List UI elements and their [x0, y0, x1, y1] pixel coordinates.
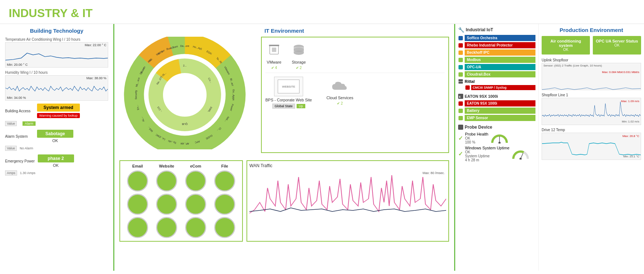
page-title: INDUSTRY & IT [0, 0, 644, 24]
shopfloor-min: Min: 1.02 m/s [622, 120, 639, 123]
probe-health-label: Probe Health [465, 132, 488, 136]
humidity-chart-label: Humidity Wing I / 10 hours [5, 70, 108, 74]
service-file-header: File [210, 164, 239, 168]
building-access-sub: Warning caused by lookup [37, 113, 80, 118]
svg-rect-50 [458, 51, 463, 55]
service-circle-5 [156, 194, 177, 215]
it-env-top: Sy...tem VM BPS Bus...sses Da...ore Ho..… [119, 37, 449, 153]
iot-title-text: Industrial IoT [466, 27, 493, 32]
eaton-item-1: EATON 9SX 1000i [458, 100, 535, 106]
service-circle-12 [214, 217, 235, 238]
shopfloor-chart: Max: 1.09 m/s Min: 1.02 m/s [542, 98, 641, 125]
drive12-min: Min: 25.1 °C [623, 155, 639, 158]
svg-rect-51 [458, 58, 463, 62]
probe-uptime-gauge [511, 149, 530, 160]
cloud-services-check: ✔ 2 [337, 101, 343, 105]
service-circle-1 [127, 170, 148, 192]
svg-line-66 [521, 153, 523, 159]
iot-item-icon-4 [458, 57, 463, 63]
bps-website-name: BPS - Corporate Web Site [265, 98, 312, 102]
cloud-services-item: Cloud Services ✔ 2 [326, 77, 353, 105]
bps-website-icon: WEBSITE [274, 77, 303, 96]
shopfloor-label: Shopfloor Line 1 [542, 93, 641, 97]
svg-text:2...: 2... [183, 64, 187, 67]
vmware-name: VMware [267, 60, 281, 64]
service-circle-4 [156, 170, 177, 192]
services-grid: Email Website eCom File [119, 160, 243, 242]
services-circles [123, 170, 239, 238]
service-circle-9 [185, 217, 206, 238]
cloud-services-name: Cloud Services [326, 96, 353, 100]
emergency-power-ok: OK [38, 163, 74, 168]
alarm-system-ok: OK [37, 138, 73, 143]
vmware-check: ✔ 4 [271, 66, 277, 70]
services-header: Email Website eCom File [123, 164, 239, 168]
service-col-ecom [181, 170, 210, 238]
humidity-chart: Max: 38.00 % Min: 34.00 % [5, 75, 108, 101]
temp-max: Max: 22.00 ° C [85, 43, 106, 47]
wan-chart: WAN Traffic Max: 80 /msec. [246, 160, 449, 242]
temp-min: Min: 20.00 ° C [7, 63, 28, 67]
eaton-icon-battery [458, 108, 463, 113]
svg-rect-55 [458, 82, 463, 84]
svg-rect-48 [458, 36, 463, 40]
svg-point-47 [294, 48, 304, 52]
svg-rect-61 [458, 116, 463, 120]
bps-website-item: WEBSITE BPS - Corporate Web Site Global … [265, 77, 312, 109]
probe-uptime-time: 4 h 28 m [465, 158, 509, 162]
iot-title: 🔧 Industrial IoT [458, 27, 535, 33]
storage-check: ✔ 2 [296, 66, 302, 70]
drive12-label: Drive 12 Temp [542, 128, 641, 132]
donut-chart: Sy...tem VM BPS Bus...sses Da...ore Ho..… [119, 37, 257, 153]
svg-rect-60 [458, 109, 463, 113]
probe-device-title: Probe Device [458, 125, 535, 130]
probe-uptime-check: ✓ [458, 150, 463, 157]
svg-rect-43 [269, 45, 279, 46]
eaton-title: E EATON 9SX 1000i [458, 94, 535, 99]
probe-health-info: Probe Health OK 100 % [465, 132, 488, 144]
probe-health-check: ✓ [458, 135, 463, 142]
iot-panel: 🔧 Industrial IoT Soffico Orchestra Rhebo… [455, 24, 539, 271]
probe-uptime-info: Windows System Uptime OK System Uptime 4… [465, 146, 509, 162]
iot-item-icon-2 [458, 43, 463, 48]
vm-website-row: WEBSITE BPS - Corporate Web Site Global … [265, 73, 445, 109]
rittal-icon [458, 79, 463, 84]
alarm-value-label: Value [5, 146, 17, 151]
svg-rect-56 [465, 85, 470, 90]
prod-badge-ac: Air conditioning system OK [542, 36, 590, 55]
svg-rect-42 [272, 48, 276, 52]
rittal-sub-bar: CMCIII SNMP / Syslog [471, 85, 535, 90]
iot-item-icon-5 [458, 65, 463, 70]
drive12-chart-section: Drive 12 Temp Max: 26.8 °C Min: 25.1 °C [542, 128, 641, 160]
building-panel: Building Technology Temperature Air Cond… [0, 24, 114, 271]
service-col-website [152, 170, 181, 238]
svg-text:QLIB: QLIB [182, 122, 188, 125]
svg-rect-53 [458, 72, 463, 77]
storage-item: Storage ✔ 2 [290, 41, 307, 70]
prod-badges-row: Air conditioning system OK OPC UA Server… [542, 36, 641, 55]
service-email-header: Email [123, 164, 152, 168]
service-col-email [123, 170, 152, 238]
alarm-system-label: Alarm System [5, 134, 34, 138]
iot-item-modbus: Modbus [458, 57, 535, 63]
eaton-item-battery: Battery [458, 108, 535, 114]
production-panel: Production Environment Air conditioning … [539, 24, 644, 271]
service-col-file [210, 170, 239, 238]
eaton-title-text: EATON 9SX 1000i [465, 94, 498, 98]
svg-rect-59 [458, 101, 463, 106]
uplink-chart: Sensor: (002) 2 Traffic (Live Graph, 10 … [542, 63, 641, 90]
prod-badge-ac-status: OK [543, 48, 588, 52]
iot-bar-beckhoff: Beckhoff IPC [465, 49, 535, 56]
shopfloor-chart-section: Shopfloor Line 1 Max: 1.09 m/s Min: 1.02… [542, 93, 641, 125]
eaton-item-emp: EMP Sensor [458, 115, 535, 121]
building-access-label: Building Access [5, 109, 34, 113]
global-state-btn: Global State [272, 104, 295, 109]
alarm-no-alarm: No Alarm [18, 146, 34, 150]
building-access-status: System armed [37, 104, 80, 112]
svg-rect-54 [458, 79, 463, 81]
global-state-value: Up [297, 104, 305, 108]
svg-text:Security: Security [135, 90, 138, 100]
it-bottom-row: Email Website eCom File [119, 157, 449, 242]
service-circle-8 [185, 194, 206, 215]
svg-text:Da...ore: Da...ore [180, 45, 189, 47]
